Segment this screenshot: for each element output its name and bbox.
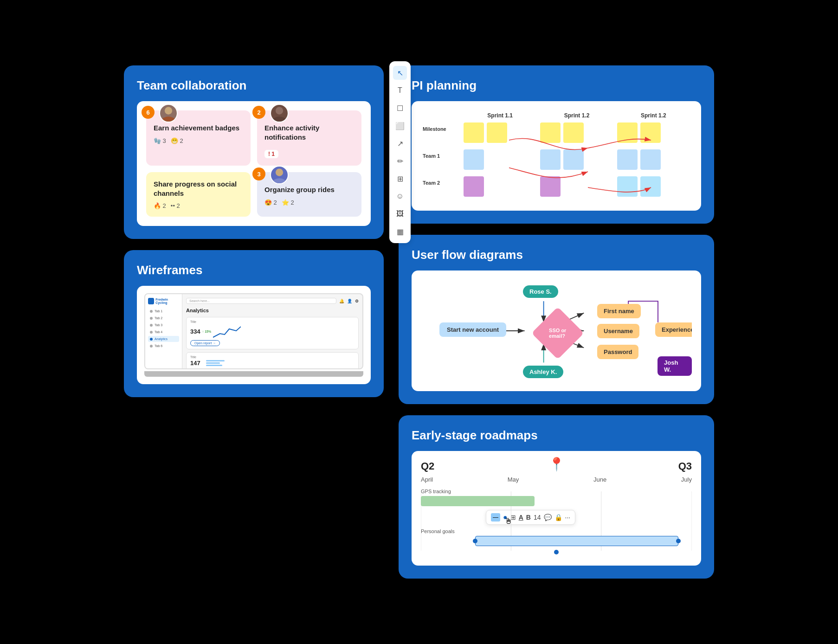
pi-cell-team2-1: [464, 176, 536, 200]
frame-tool[interactable]: ⬜: [393, 119, 407, 133]
task-card-share[interactable]: Share progress on social channels 🔥 2 ••…: [146, 172, 251, 217]
node-username: Username: [597, 324, 639, 338]
nav-tab3[interactable]: Tab 3: [148, 322, 179, 328]
pi-col-empty: [423, 112, 460, 119]
rtool-lock[interactable]: 🔒: [554, 514, 562, 521]
roadmap-inner: Q2 📍 Q3 April May June July: [412, 451, 701, 566]
open-report-btn-2[interactable]: Open report →: [190, 368, 220, 369]
task-card-organize[interactable]: 3 Organize group rides 😍 2 ⭐ 2: [257, 172, 361, 217]
month-may: May: [508, 476, 519, 483]
laptop-main: Search here... 🔔 👤 ⚙ Analytics Title: [182, 294, 362, 368]
sticky-t2-3[interactable]: [617, 176, 638, 197]
nav-analytics[interactable]: Analytics: [148, 336, 179, 342]
analytics-card-1: Title 334 ↑ 15% Open report →: [186, 317, 359, 349]
nav-tab6[interactable]: Tab 6: [148, 343, 179, 349]
arrow-tool[interactable]: ↗: [393, 136, 407, 150]
pi-table: Sprint 1.1 Sprint 1.2 Sprint 1.2 Milesto…: [419, 109, 694, 203]
cursor-tool[interactable]: ↖: [393, 66, 407, 80]
nav-dot-analytics: [150, 338, 153, 341]
pi-label-team1: Team 1: [423, 149, 460, 173]
text-tool[interactable]: T: [393, 84, 407, 97]
nav-tab1[interactable]: Tab 1: [148, 308, 179, 314]
rtool-B[interactable]: B: [526, 514, 531, 521]
task-card-enhance[interactable]: 2 Enhance activity notifications ! 1: [257, 110, 361, 166]
month-july: July: [681, 476, 692, 483]
q3-label: Q3: [678, 460, 692, 472]
month-april: April: [421, 476, 433, 483]
sticky-t2-4[interactable]: [640, 176, 661, 197]
personal-goals-bar[interactable]: [475, 536, 678, 546]
user-flow-title: User flow diagrams: [412, 248, 701, 262]
laptop-logo: Fredwin Cycling: [148, 298, 179, 304]
icon-user: 👤: [347, 299, 352, 303]
node-start-new-account: Start new account: [439, 322, 506, 337]
pi-row-milestone: Milestone: [423, 122, 690, 146]
nav-dot-6: [150, 345, 153, 348]
card1-title: Earn achievement badges: [154, 123, 243, 133]
nav-tab4[interactable]: Tab 4: [148, 329, 179, 335]
sticky-t1-1[interactable]: [464, 149, 484, 170]
rtool-dash[interactable]: —: [491, 513, 500, 522]
pi-col-sprint3: Sprint 1.2: [617, 112, 690, 119]
emoji-tool[interactable]: ☺: [393, 189, 407, 203]
node-sso-diamond: SSO oremail?: [531, 307, 584, 359]
analytics-change-1: ↑ 15%: [202, 330, 211, 333]
icon-settings: ⚙: [355, 299, 359, 303]
svg-point-2: [276, 107, 283, 115]
task-badge-2: 2: [252, 106, 265, 119]
right-column: PI planning Sprint 1.1 Sprint 1.2 Sprint…: [399, 65, 714, 579]
open-report-btn-1[interactable]: Open report →: [190, 340, 220, 346]
sticky-1[interactable]: [464, 122, 484, 143]
sticky-4[interactable]: [563, 122, 584, 143]
laptop-mockup: Fredwin Cycling Tab 1 Tab 2: [137, 286, 371, 384]
sticky-5[interactable]: [617, 122, 638, 143]
q2-label: Q2: [421, 460, 434, 472]
analytics-card-2: Title 147 Ope: [186, 352, 359, 369]
image-tool[interactable]: 🖼: [393, 207, 407, 221]
sticky-t2-2[interactable]: [540, 176, 561, 197]
analytics-heading: Analytics: [186, 308, 359, 313]
sticky-t1-2[interactable]: [540, 149, 561, 170]
laptop-sidebar: Fredwin Cycling Tab 1 Tab 2: [145, 294, 182, 368]
crop-tool[interactable]: ⊞: [393, 172, 407, 186]
avatar-3: [270, 166, 289, 184]
laptop-search[interactable]: Search here...: [186, 298, 336, 304]
rtool-A[interactable]: A: [519, 514, 523, 521]
task-card-earn-badges[interactable]: 6 Earn achievement badges 🧤 3 😁 2: [146, 110, 251, 166]
sticky-6[interactable]: [640, 122, 661, 143]
sticky-t1-5[interactable]: [640, 149, 661, 170]
analytics-label-2: Title: [190, 355, 355, 359]
personal-goals-row: Personal goals: [421, 528, 692, 546]
sticky-t2-1[interactable]: [464, 176, 484, 197]
gps-bar-container: [421, 496, 692, 506]
rtool-14[interactable]: 14: [534, 514, 541, 521]
handle-right[interactable]: [676, 539, 681, 543]
user-flow-panel: User flow diagrams: [399, 235, 714, 404]
rtool-more[interactable]: ···: [565, 514, 571, 521]
pen-tool[interactable]: ✏: [393, 154, 407, 168]
sticky-t1-3[interactable]: [563, 149, 584, 170]
pi-cell-milestone-3: [617, 122, 690, 146]
gps-bar[interactable]: [421, 496, 535, 506]
card4-reactions: 😍 2 ⭐ 2: [264, 199, 354, 206]
roadmap-bottom-dot: [554, 550, 559, 554]
personal-goals-bar-container: [421, 536, 692, 546]
layout-tool[interactable]: ▦: [393, 225, 407, 238]
svg-point-0: [165, 107, 172, 115]
layout: Team collaboration ↖ T ☐ ⬜ ↗ ✏ ⊞ ☺ 🖼 ▦: [105, 47, 733, 597]
rtool-comment[interactable]: 💬: [544, 514, 552, 521]
sticky-3[interactable]: [540, 122, 561, 143]
sticky-2[interactable]: [487, 122, 507, 143]
card3-reactions: 🔥 2 •• 2: [154, 202, 243, 209]
sticky-t1-4[interactable]: [617, 149, 638, 170]
gps-bar-label: GPS tracking: [421, 489, 692, 494]
nav-tab2[interactable]: Tab 2: [148, 315, 179, 321]
rectangle-tool[interactable]: ☐: [393, 101, 407, 115]
reaction-fire: 🔥 2: [154, 202, 166, 209]
card3-title: Share progress on social channels: [154, 180, 243, 198]
reaction-dots: •• 2: [171, 202, 180, 209]
handle-left[interactable]: [473, 539, 477, 543]
roadmap-toolbar: — ● ⊞ A B 14 💬 🔒 ···: [486, 510, 575, 525]
nav-dot-2: [150, 317, 153, 320]
pi-row-team1: Team 1: [423, 149, 690, 173]
